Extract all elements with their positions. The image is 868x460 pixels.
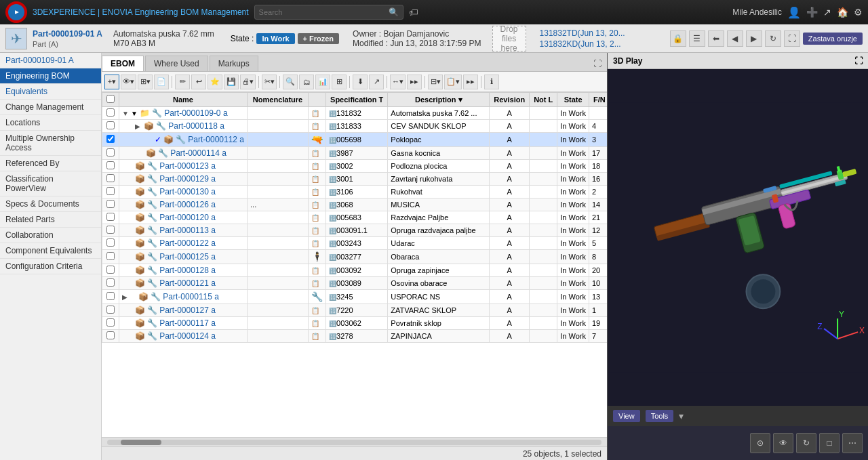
part-name-link[interactable]: Part-0000117 a <box>159 318 216 328</box>
row-checkbox[interactable] <box>106 278 115 287</box>
part-name-link[interactable]: Part-0000127 a <box>159 306 216 315</box>
row-checkbox[interactable] <box>106 200 115 208</box>
table-row[interactable]: 📦 🔧 Part-0000120 a 📋 🔢005683 Razdvajac P… <box>102 211 608 224</box>
file1-link[interactable]: 131832TD(Jun 13, 20... <box>540 28 625 38</box>
threed-select-btn[interactable]: ⊙ <box>750 433 770 453</box>
table-row[interactable]: 📦 🔧 Part-0000113 a 📋 🔢003091.1 Opruga ra… <box>102 224 608 237</box>
partbar-list-btn[interactable]: ☰ <box>689 30 705 47</box>
sidebar-item-config-criteria[interactable]: Configuration Criteria <box>0 259 101 274</box>
table-row[interactable]: ▶ 📦 🔧 Part-0000118 a 📋 🔢131833 CEV SANDU… <box>102 120 608 133</box>
col-notl-header[interactable]: Not L <box>530 93 557 107</box>
table-row[interactable]: 📦 🔧 Part-0000125 a 🕴 🔢003277 Obaraca A I… <box>102 250 608 264</box>
table-area[interactable]: Name Nomenclature Specification T Descri… <box>102 92 607 437</box>
partbar-back-btn[interactable]: ⬅ <box>708 30 724 47</box>
part-name-link[interactable]: Part-0000112 a <box>188 135 244 144</box>
home-icon[interactable]: 🏠 <box>837 7 848 18</box>
table-row[interactable]: ▼ ▼ 📁 🔧 Part-0000109-0 a 📋 🔢131832 Autom… <box>102 107 608 120</box>
threed-box-btn[interactable]: □ <box>819 433 840 453</box>
sidebar-item-ebom[interactable]: Engineering BOM <box>0 68 101 84</box>
table-row[interactable]: 📦 🔧 Part-0000127 a 📋 🔢7220 ZATVARAC SKLO… <box>102 304 608 317</box>
zastava-button[interactable]: Zastava oruzje <box>803 33 863 45</box>
toolbar-grid-btn[interactable]: ⊞ <box>332 75 347 89</box>
part-name-link[interactable]: Part-0000114 a <box>170 148 226 158</box>
table-row[interactable]: 📦 🔧 Part-0000128 a 📋 🔢003092 Opruga zapi… <box>102 264 608 277</box>
part-name-link[interactable]: Part-0000125 a <box>159 252 216 262</box>
threed-viewport[interactable]: X Y Z <box>608 69 868 406</box>
view-label-btn[interactable]: View <box>613 410 640 422</box>
row-checkbox[interactable] <box>106 226 115 234</box>
toolbar-chart-btn[interactable]: 📊 <box>315 75 330 89</box>
toolbar-save-btn[interactable]: 💾 <box>224 75 239 89</box>
expand-icon[interactable]: ▶ <box>122 293 129 301</box>
toolbar-export-btn[interactable]: ↗ <box>369 75 384 89</box>
row-checkbox[interactable] <box>106 121 115 129</box>
sidebar-item-related[interactable]: Related Parts <box>0 212 101 228</box>
row-checkbox[interactable] <box>106 213 115 221</box>
row-collapse-icon[interactable]: ▼ <box>131 110 138 117</box>
sidebar-item-locations[interactable]: Locations <box>0 115 101 131</box>
settings-icon[interactable]: ⚙ <box>854 7 863 18</box>
row-checkbox[interactable] <box>106 266 115 274</box>
row-checkbox[interactable] <box>106 331 115 339</box>
add-icon[interactable]: ➕ <box>806 7 818 18</box>
app-logo[interactable]: ▶ <box>5 1 27 23</box>
part-name-link[interactable]: Part-0000122 a <box>159 238 216 248</box>
col-desc-header[interactable]: Description ▾ <box>388 93 490 107</box>
table-row[interactable]: ▶ 📦 🔧 Part-0000115 a 🔧 🔢3245 USPORAC NS … <box>102 290 608 304</box>
sidebar-item-component-equiv[interactable]: Component Equivalents <box>0 243 101 259</box>
partbar-nav-next-btn[interactable]: ▶ <box>746 30 762 47</box>
toolbar-col-btn[interactable]: ⊟▾ <box>428 75 443 89</box>
row-checkbox[interactable] <box>106 108 115 117</box>
state-frozen-badge[interactable]: + Frozen <box>298 33 340 44</box>
part-name-link[interactable]: Part-0000124 a <box>159 331 216 341</box>
drop-box[interactable]: Drop files here <box>492 26 526 51</box>
table-row[interactable]: 📦 🔧 Part-0000126 a ... 📋 🔢3068 MUSICA A … <box>102 198 608 211</box>
toolbar-undo-btn[interactable]: ↩ <box>191 75 206 89</box>
toolbar-bookmark-btn[interactable]: ⭐ <box>208 75 222 89</box>
search-input[interactable] <box>259 8 389 16</box>
col-spec-header[interactable]: Specification T <box>326 93 388 107</box>
toolbar-print-btn[interactable]: 🖨▾ <box>240 75 256 89</box>
col-rev-header[interactable]: Revision <box>490 93 530 107</box>
row-checkbox[interactable] <box>106 187 115 195</box>
toolbar-move-btn[interactable]: ↔▾ <box>390 75 406 89</box>
row-checkbox[interactable] <box>106 238 115 247</box>
table-row[interactable]: 📦 🔧 Part-0000123 a 📋 🔢3002 Podlozna ploc… <box>102 160 608 173</box>
toolbar-expand-all-btn[interactable]: ▸▸ <box>463 75 478 89</box>
row-checkbox[interactable] <box>106 306 115 314</box>
part-name-link[interactable]: Part-0000128 a <box>159 266 216 275</box>
toolbar-col2-btn[interactable]: 📋▾ <box>444 75 462 89</box>
toolbar-zoom-btn[interactable]: 🔍 <box>283 75 298 89</box>
col-name-header[interactable]: Name <box>119 93 248 107</box>
col-check[interactable] <box>102 93 119 107</box>
col-fn-header[interactable]: F/N <box>589 93 607 107</box>
row-checkbox[interactable] <box>106 174 115 182</box>
part-name-link[interactable]: Part-0000120 a <box>159 213 216 222</box>
threed-expand-icon[interactable]: ▾ <box>679 411 684 421</box>
user-avatar-icon[interactable]: 👤 <box>787 6 801 19</box>
toolbar-download-btn[interactable]: ⬇ <box>353 75 368 89</box>
row-checkbox[interactable] <box>106 135 115 143</box>
part-name-link[interactable]: Part-0000113 a <box>159 226 216 235</box>
row-checkbox[interactable] <box>106 252 115 260</box>
expand-icon[interactable]: ▶ <box>135 123 142 130</box>
table-row[interactable]: ✓ 📦 🔧 Part-0000112 a 🔫 🔢005698 Poklopac … <box>102 133 608 147</box>
sidebar-item-equivalents[interactable]: Equivalents <box>0 84 101 100</box>
threed-more-btn[interactable]: ⋯ <box>842 433 863 453</box>
toolbar-cut-btn[interactable]: ✂▾ <box>262 75 277 89</box>
table-row[interactable]: 📦 🔧 Part-0000117 a 📋 🔢003062 Povratnik s… <box>102 317 608 330</box>
share-icon[interactable]: ↗ <box>823 7 831 18</box>
toolbar-struct-btn[interactable]: 🗂 <box>299 75 314 89</box>
toolbar-doc-btn[interactable]: 📄 <box>154 75 169 89</box>
part-name-link[interactable]: Part-0000126 a <box>159 200 216 209</box>
threed-collapse-btn[interactable]: ⛶ <box>854 56 863 66</box>
sidebar-item-ownership[interactable]: Multiple Ownership Access <box>0 131 101 156</box>
part-name-link[interactable]: Part-0000115 a <box>163 292 219 301</box>
table-row[interactable]: 📦 🔧 Part-0000130 a 📋 🔢3106 Rukohvat A In… <box>102 186 608 198</box>
table-row[interactable]: 📦 🔧 Part-0000122 a 📋 🔢003243 Udarac A In… <box>102 237 608 250</box>
bookmark-icon[interactable]: 🏷 <box>409 7 418 18</box>
search-bar[interactable]: 🔍 <box>254 5 403 20</box>
select-all-checkbox[interactable] <box>106 95 115 103</box>
part-name-link[interactable]: Part-0000129 a <box>159 174 216 184</box>
part-name-link[interactable]: Part-0000123 a <box>159 161 216 171</box>
